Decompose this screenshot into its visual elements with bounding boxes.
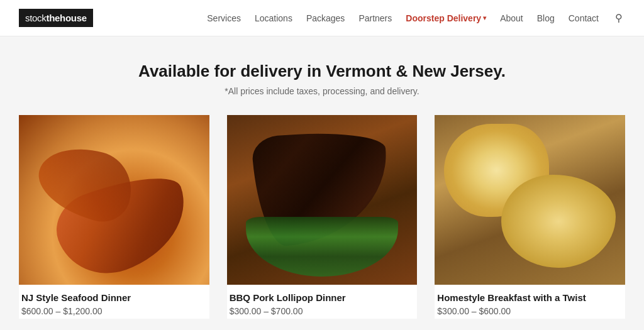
search-button[interactable]: ⚲ <box>613 9 625 26</box>
product-info-seafood: NJ Style Seafood Dinner $600.00 – $1,200… <box>19 285 209 319</box>
hero-section: Available for delivery in Vermont & New … <box>19 62 625 96</box>
product-card-seafood[interactable]: NJ Style Seafood Dinner $600.00 – $1,200… <box>19 115 209 319</box>
product-price-bbq: $300.00 – $700.00 <box>230 306 415 316</box>
logo-text-stock: stock <box>25 13 47 23</box>
product-name-seafood: NJ Style Seafood Dinner <box>21 292 207 303</box>
main-content: Available for delivery in Vermont & New … <box>0 36 644 330</box>
nav-packages[interactable]: Packages <box>306 13 345 23</box>
nav-blog[interactable]: Blog <box>537 13 555 23</box>
product-card-breakfast[interactable]: Homestyle Breakfast with a Twist $300.00… <box>435 115 625 319</box>
logo-text-thehouse: thehouse <box>47 13 87 23</box>
chevron-down-icon: ▾ <box>483 14 486 21</box>
nav-contact[interactable]: Contact <box>569 13 599 23</box>
product-info-bbq: BBQ Pork Lollipop Dinner $300.00 – $700.… <box>227 285 418 319</box>
product-grid: NJ Style Seafood Dinner $600.00 – $1,200… <box>19 115 625 319</box>
nav-about[interactable]: About <box>500 13 523 23</box>
site-header: stockthehouse Services Locations Package… <box>0 0 644 36</box>
product-image-bbq <box>227 115 418 285</box>
product-card-bbq[interactable]: BBQ Pork Lollipop Dinner $300.00 – $700.… <box>227 115 418 319</box>
hero-title: Available for delivery in Vermont & New … <box>19 62 625 81</box>
nav-services[interactable]: Services <box>207 13 241 23</box>
nav-locations[interactable]: Locations <box>255 13 292 23</box>
nav-doorstep[interactable]: Doorstep Delivery ▾ <box>406 13 486 23</box>
search-icon: ⚲ <box>615 13 623 23</box>
product-info-breakfast: Homestyle Breakfast with a Twist $300.00… <box>435 285 625 319</box>
product-name-bbq: BBQ Pork Lollipop Dinner <box>230 292 415 303</box>
product-image-breakfast <box>435 115 625 285</box>
product-price-breakfast: $300.00 – $600.00 <box>437 306 623 316</box>
nav-doorstep-label: Doorstep Delivery <box>406 13 481 23</box>
product-image-seafood <box>19 115 209 285</box>
nav-partners[interactable]: Partners <box>358 13 392 23</box>
product-name-breakfast: Homestyle Breakfast with a Twist <box>437 292 623 303</box>
hero-subtitle: *All prices include taxes, processing, a… <box>19 86 625 96</box>
product-price-seafood: $600.00 – $1,200.00 <box>21 306 207 316</box>
main-nav: Services Locations Packages Partners Doo… <box>207 9 625 26</box>
logo[interactable]: stockthehouse <box>19 13 93 24</box>
